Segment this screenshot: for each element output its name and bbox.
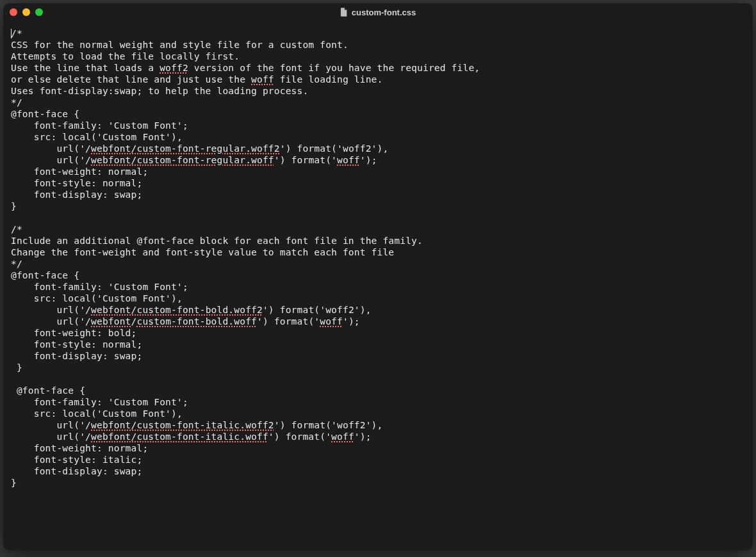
code-text: font-display: swap; [11,466,142,476]
code-text: ') format(' [268,432,331,442]
code-text: font-family: 'Custom Font'; [11,120,188,131]
code-text: font-style: normal; [11,178,142,188]
code-text: '); [354,432,372,442]
code-text: src: local('Custom Font'), [11,293,183,303]
spellcheck-underline: webfont/custom-font-italic.woff [91,432,268,442]
code-text: file loading line. [274,74,383,85]
code-text: * [17,28,22,38]
spellcheck-underline: woff [331,432,354,442]
code-text: @font-face { [11,270,79,280]
code-text: url('/ [11,155,91,165]
spellcheck-underline: webfont [91,316,131,327]
spellcheck-underline: webfont/custom-font-regular.woff2 [91,143,280,154]
editor-window: custom-font.css /* CSS for the normal we… [3,3,753,551]
code-text: Attempts to load the file locally first. [11,51,240,61]
code-text: font-style: italic; [11,455,142,465]
code-text: font-display: swap; [11,190,142,200]
code-text: font-weight: normal; [11,443,148,453]
code-text: or else delete that line and just use th… [11,74,251,85]
code-text: url('/ [11,316,91,327]
code-text: font-family: 'Custom Font'; [11,397,188,407]
code-text: ') format('woff2'), [280,143,389,154]
code-text: version of the font if you have the requ… [188,63,480,73]
code-text: ') format(' [257,316,320,327]
code-text: font-weight: normal; [11,166,148,177]
spellcheck-underline: webfont/custom-font-regular.woff [91,155,274,165]
spellcheck-underline: woff2 [160,63,188,73]
code-text: @font-face { [11,385,85,396]
spellcheck-underline: woff [320,316,343,327]
code-text: url('/ [11,420,91,430]
code-text: font-weight: bold; [11,328,136,338]
titlebar: custom-font.css [3,3,753,21]
close-button[interactable] [10,8,17,16]
code-text: */ [11,259,22,269]
text-editor-area[interactable]: /* CSS for the normal weight and style f… [3,21,753,551]
code-text: Use the line that loads a [11,63,160,73]
code-text: CSS for the normal weight and style file… [11,40,349,50]
code-text: font-display: swap; [11,351,142,361]
code-text: @font-face { [11,109,79,119]
code-text: url('/ [11,305,91,315]
window-title: custom-font.css [3,8,753,17]
spellcheck-underline: woff [337,155,360,165]
code-text: font-family: 'Custom Font'; [11,282,188,292]
code-text: ') format('woff2'), [274,420,383,430]
spellcheck-underline: webfont/custom-font-italic.woff2 [91,420,274,430]
spellcheck-underline: webfont/custom-font-bold.woff2 [91,305,263,315]
document-icon [340,8,348,17]
spellcheck-underline: custom-font-bold.woff [136,316,257,327]
code-text: src: local('Custom Font'), [11,408,183,419]
code-text: } [11,478,17,488]
spellcheck-underline: woff [251,74,274,85]
code-text: } [11,362,22,373]
window-title-text: custom-font.css [352,8,416,17]
code-text: / [11,28,17,38]
minimize-button[interactable] [22,8,30,16]
code-text: font-style: normal; [11,339,142,350]
code-text: '); [360,155,377,165]
code-text: ') format('woff2'), [263,305,372,315]
zoom-button[interactable] [35,8,43,16]
code-text: Include an additional @font-face block f… [11,236,423,246]
code-text: } [11,201,17,211]
code-text: Change the font-weight and font-style va… [11,247,394,257]
code-text: /* [11,224,22,234]
window-controls [10,8,43,16]
code-text: src: local('Custom Font'), [11,132,183,142]
code-text: '); [343,316,360,327]
code-text: */ [11,97,22,108]
code-text: ') format(' [274,155,337,165]
code-text: url('/ [11,143,91,154]
code-text: Uses font-display:swap; to help the load… [11,86,308,96]
code-text: url('/ [11,432,91,442]
